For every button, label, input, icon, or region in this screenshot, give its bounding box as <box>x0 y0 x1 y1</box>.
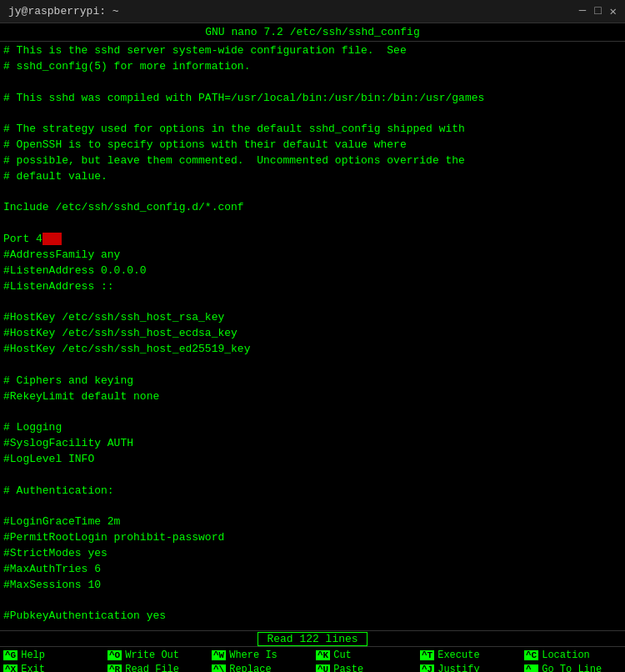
shortcut-item[interactable]: ^UPaste <box>316 663 416 672</box>
title-bar-left: jy@raspberrypi: ~ <box>8 5 119 18</box>
shortcut-item[interactable]: ^XExit <box>3 663 103 672</box>
shortcut-key: ^J <box>420 664 434 673</box>
status-bar: Read 122 lines <box>0 630 625 647</box>
shortcut-item[interactable]: ^GHelp <box>3 649 103 661</box>
shortcut-key: ^O <box>108 650 122 660</box>
shortcut-item[interactable]: ^WWhere Is <box>212 649 312 661</box>
cursor <box>42 233 62 245</box>
shortcut-label: Go To Line <box>542 664 602 673</box>
shortcut-item[interactable]: ^RRead File <box>108 663 208 672</box>
shortcut-label: Exit <box>21 664 45 673</box>
shortcut-label: Paste <box>333 664 363 673</box>
shortcut-item[interactable]: ^\Replace <box>212 663 312 672</box>
shortcut-label: Write Out <box>125 649 179 661</box>
nano-header: GNU nano 7.2 /etc/ssh/sshd_config <box>0 23 625 42</box>
status-text: Read 122 lines <box>258 632 367 646</box>
shortcut-key: ^X <box>3 664 18 673</box>
shortcut-item[interactable]: ^CLocation <box>524 649 624 661</box>
shortcut-key: ^T <box>420 650 434 660</box>
shortcut-label: Cut <box>333 649 352 661</box>
shortcut-item[interactable]: ^_Go To Line <box>524 663 624 672</box>
maximize-button[interactable]: □ <box>594 4 601 18</box>
shortcut-key: ^W <box>212 650 226 660</box>
shortcut-key: ^U <box>316 664 330 673</box>
shortcut-label: Help <box>21 649 45 661</box>
shortcut-label: Execute <box>438 649 479 661</box>
shortcut-key: ^K <box>316 650 330 660</box>
shortcut-item[interactable]: ^TExecute <box>420 649 520 661</box>
shortcut-key: ^C <box>524 650 538 660</box>
shortcut-key: ^G <box>3 650 18 660</box>
shortcut-label: Read File <box>125 664 179 673</box>
shortcut-label: Justify <box>438 664 479 673</box>
shortcut-key: ^_ <box>524 664 538 673</box>
title-bar: jy@raspberrypi: ~ ─ □ ✕ <box>0 0 625 23</box>
shortcut-label: Where Is <box>229 649 278 661</box>
shortcut-item[interactable]: ^KCut <box>316 649 416 661</box>
shortcut-key: ^\ <box>212 664 226 673</box>
shortcuts-container: ^GHelp^OWrite Out^WWhere Is^KCut^TExecut… <box>0 647 625 672</box>
shortcut-item[interactable]: ^JJustify <box>420 663 520 672</box>
shortcut-label: Replace <box>229 664 271 673</box>
shortcut-label: Location <box>542 649 590 661</box>
title-bar-title: jy@raspberrypi: ~ <box>8 5 119 18</box>
minimize-button[interactable]: ─ <box>579 4 586 18</box>
nano-header-text: GNU nano 7.2 /etc/ssh/sshd_config <box>205 26 419 38</box>
shortcut-key: ^R <box>108 664 122 673</box>
title-bar-controls[interactable]: ─ □ ✕ <box>579 4 617 18</box>
editor-area[interactable]: # This is the sshd server system-wide co… <box>0 42 625 630</box>
shortcut-item[interactable]: ^OWrite Out <box>108 649 208 661</box>
close-button[interactable]: ✕ <box>610 4 617 18</box>
